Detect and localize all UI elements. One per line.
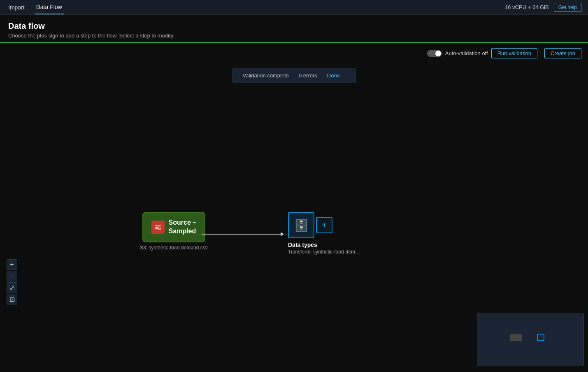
zoom-controls: + − ⤢ ⊡ xyxy=(7,259,17,305)
get-help-button[interactable]: Get help xyxy=(554,3,581,12)
minimap-datatypes-node xyxy=(537,334,544,341)
datatypes-box[interactable]: 🗄️ xyxy=(288,212,314,238)
auto-validation-toggle-group: Auto-validation off xyxy=(427,50,488,57)
validation-done-button[interactable]: Done xyxy=(327,72,340,79)
zoom-out-button[interactable]: − xyxy=(7,271,17,281)
fit-button[interactable]: ⤢ xyxy=(7,282,17,293)
validation-errors: 0 errors xyxy=(299,72,317,79)
resource-info: 16 vCPU + 64 GiB xyxy=(505,4,549,10)
tab-dataflow[interactable]: Data Flow xyxy=(35,0,64,14)
reset-button[interactable]: ⊡ xyxy=(7,294,17,305)
tab-import[interactable]: Import xyxy=(7,0,26,14)
datatypes-node-boxes: 🗄️ + xyxy=(288,212,332,238)
source-icon: S3 xyxy=(151,221,165,234)
add-step-box[interactable]: + xyxy=(316,217,332,233)
svg-text:S3: S3 xyxy=(158,228,161,230)
minimap xyxy=(477,313,584,366)
datatypes-node: 🗄️ + Data types Transform: synthetic-foo… xyxy=(288,212,360,255)
arrow-line xyxy=(202,234,281,235)
validation-text: Validation complete xyxy=(243,72,289,79)
arrow-head xyxy=(281,232,284,236)
page-title: Data flow xyxy=(8,21,580,31)
minimap-source-node xyxy=(510,334,522,341)
source-node-box[interactable]: S3 Source – Sampled xyxy=(142,212,206,242)
auto-validation-label: Auto-validation off xyxy=(445,50,488,56)
source-sublabel: S3: synthetic-food-demand.csv xyxy=(140,245,208,251)
nav-right: 16 vCPU + 64 GiB Get help xyxy=(505,3,581,12)
run-validation-button[interactable]: Run validation xyxy=(491,48,537,58)
datatypes-labels: Data types Transform: synthetic-food-dem… xyxy=(288,242,360,255)
zoom-in-button[interactable]: + xyxy=(7,259,17,270)
page-subtitle: Choose the plus sign to add a step to th… xyxy=(8,33,580,39)
datatypes-subtitle: Transform: synthetic-food-dem… xyxy=(288,249,360,255)
page-header: Data flow Choose the plus sign to add a … xyxy=(0,15,588,42)
add-step-icon: + xyxy=(322,221,327,230)
canvas-toolbar: Auto-validation off Run validation Creat… xyxy=(427,48,581,58)
flow-arrow xyxy=(202,234,284,235)
validation-banner: Validation complete 0 errors Done xyxy=(232,68,356,83)
auto-validation-toggle[interactable] xyxy=(427,50,442,57)
datatypes-icon: 🗄️ xyxy=(294,219,309,232)
datatypes-title: Data types xyxy=(288,242,360,248)
nav-tabs: Import Data Flow xyxy=(7,0,64,14)
source-node: S3 Source – Sampled S3: synthetic-food-d… xyxy=(140,212,208,251)
toolbar-divider xyxy=(541,49,541,58)
top-nav: Import Data Flow 16 vCPU + 64 GiB Get he… xyxy=(0,0,588,15)
canvas-area: Auto-validation off Run validation Creat… xyxy=(0,43,588,370)
source-label: Source – Sampled xyxy=(169,219,197,236)
create-job-button[interactable]: Create job xyxy=(544,48,581,58)
